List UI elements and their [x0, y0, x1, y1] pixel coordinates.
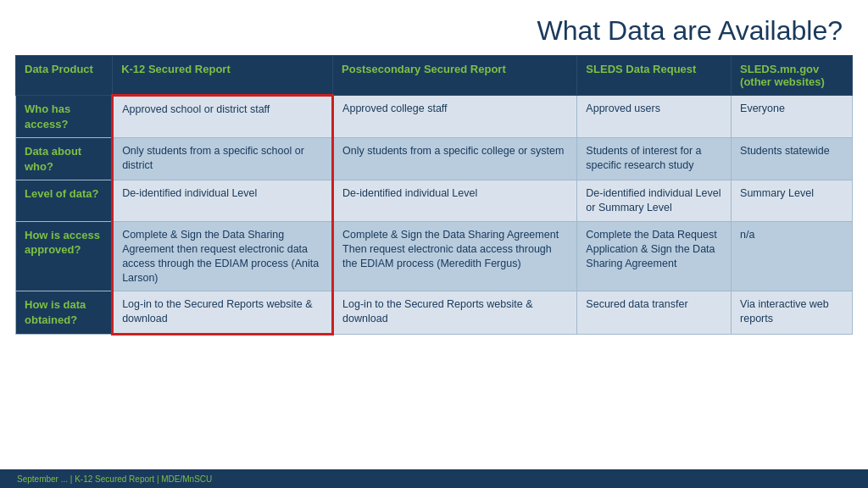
row-postsec-level: De-identified individual Level: [333, 180, 577, 222]
row-k12-who: Only students from a specific school or …: [113, 138, 333, 180]
header-data-product: Data Product: [16, 56, 113, 96]
table-row: Data about who? Only students from a spe…: [16, 138, 853, 180]
title-bar: What Data are Available?: [0, 0, 868, 55]
table-row: How is data obtained? Log-in to the Secu…: [16, 291, 853, 334]
row-postsec-access: Approved college staff: [333, 96, 577, 138]
row-label-approved: How is access approved?: [16, 221, 113, 291]
row-k12-approved: Complete & Sign the Data Sharing Agreeme…: [113, 221, 333, 291]
row-label-level: Level of data?: [16, 180, 113, 222]
row-website-level: Summary Level: [732, 180, 853, 222]
table-container: Data Product K-12 Secured Report Postsec…: [0, 55, 868, 336]
header-website: SLEDS.mn.gov (other websites): [732, 56, 853, 96]
row-sleds-who: Students of interest for a specific rese…: [577, 138, 732, 180]
page-title: What Data are Available?: [25, 15, 843, 47]
header-sleds: SLEDS Data Request: [577, 56, 732, 96]
row-label-who: Data about who?: [16, 138, 113, 180]
table-header-row: Data Product K-12 Secured Report Postsec…: [16, 56, 853, 96]
row-website-obtained: Via interactive web reports: [732, 291, 853, 334]
row-website-who: Students statewide: [732, 138, 853, 180]
slide: What Data are Available? Data Product K-…: [0, 0, 868, 488]
header-k12: K-12 Secured Report: [113, 56, 333, 96]
row-label-obtained: How is data obtained?: [16, 291, 113, 334]
footer-text: September ... | K-12 Secured Report | MD…: [17, 474, 212, 484]
row-website-approved: n/a: [732, 221, 853, 291]
row-sleds-access: Approved users: [577, 96, 732, 138]
row-postsec-who: Only students from a specific college or…: [333, 138, 577, 180]
row-k12-obtained: Log-in to the Secured Reports website & …: [113, 291, 333, 334]
row-k12-access: Approved school or district staff: [113, 96, 333, 138]
row-website-access: Everyone: [732, 96, 853, 138]
table-row: How is access approved? Complete & Sign …: [16, 221, 853, 291]
row-sleds-level: De-identified individual Level or Summar…: [577, 180, 732, 222]
data-table: Data Product K-12 Secured Report Postsec…: [15, 55, 853, 336]
row-sleds-obtained: Secured data transfer: [577, 291, 732, 334]
row-k12-level: De-identified individual Level: [113, 180, 333, 222]
header-postsec: Postsecondary Secured Report: [333, 56, 577, 96]
row-sleds-approved: Complete the Data Request Application & …: [577, 221, 732, 291]
table-row: Level of data? De-identified individual …: [16, 180, 853, 222]
table-row: Who has access? Approved school or distr…: [16, 96, 853, 138]
footer-bar: September ... | K-12 Secured Report | MD…: [0, 469, 868, 488]
row-label-access: Who has access?: [16, 96, 113, 138]
row-postsec-approved: Complete & Sign the Data Sharing Agreeme…: [333, 221, 577, 291]
row-postsec-obtained: Log-in to the Secured Reports website & …: [333, 291, 577, 334]
